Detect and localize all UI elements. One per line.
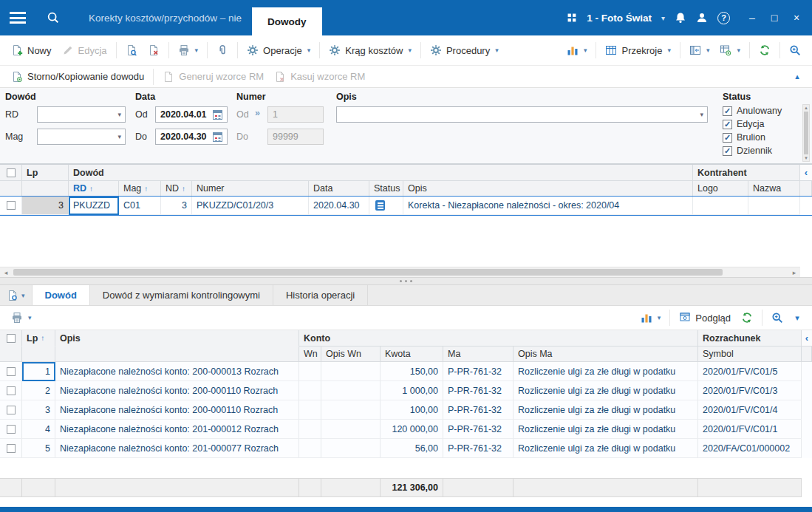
close-button[interactable]: ×: [787, 8, 806, 27]
new-button[interactable]: Nowy: [6, 41, 57, 59]
status-checkbox-dziennik[interactable]: ✓ Dziennik: [723, 146, 772, 156]
scrollbar-thumb[interactable]: [804, 112, 808, 154]
cost-circle-menu-button[interactable]: Krąg kosztów ▾: [324, 41, 417, 59]
select-all-checkbox[interactable]: [7, 168, 16, 177]
column-header-ma[interactable]: Ma: [443, 347, 514, 362]
row-checkbox[interactable]: [7, 386, 16, 395]
cell-symbol[interactable]: 2020/01/FV/C01/1: [698, 420, 802, 439]
cell-opis-wn[interactable]: [321, 381, 381, 400]
detail-tab-dowod[interactable]: Dowód: [33, 285, 90, 305]
cell-opis-wn[interactable]: [321, 362, 381, 381]
delete-rm-button[interactable]: Kasuj wzorce RM: [269, 68, 370, 86]
cell-opis-ma[interactable]: Rozliczenie ulgi za złe długi w podatku: [514, 420, 698, 439]
attachments-button[interactable]: [211, 41, 233, 59]
group-header-konto[interactable]: Konto: [299, 330, 698, 347]
cell-opis-wn[interactable]: [321, 439, 381, 458]
generate-rm-button[interactable]: Generuj wzorce RM: [157, 68, 269, 86]
group-header-rozrachunek[interactable]: Rozrachunek: [698, 330, 802, 347]
print-button[interactable]: ▾: [173, 41, 204, 59]
cell-nd[interactable]: 3: [161, 197, 192, 215]
panel-splitter[interactable]: [0, 277, 812, 285]
entry-row[interactable]: 3 Niezapłacone należności konto: 200-000…: [0, 400, 812, 420]
column-header-opis[interactable]: Opis: [55, 330, 299, 347]
detail-refresh-button[interactable]: [736, 309, 758, 327]
dock-panel-button[interactable]: ▾: [684, 41, 715, 59]
cell-logo[interactable]: [693, 197, 748, 215]
delete-button[interactable]: [143, 41, 165, 59]
cell-ma[interactable]: P-PR-761-32: [443, 362, 514, 381]
status-checkbox-anulowany[interactable]: ✓ Anulowany: [723, 106, 782, 116]
cell-opis-ma[interactable]: Rozliczenie ulgi za złe długi w podatku: [514, 400, 698, 420]
collapse-detail-panel-button[interactable]: ▾: [788, 313, 806, 323]
column-chooser-collapse[interactable]: ‹: [802, 330, 812, 347]
cell-ma[interactable]: P-PR-761-32: [443, 400, 514, 420]
date-to-input[interactable]: 2020.04.30: [155, 129, 228, 145]
cell-wn[interactable]: [299, 439, 321, 458]
tab-dowody[interactable]: Dowody: [252, 7, 322, 35]
open-preview-button[interactable]: [120, 41, 143, 59]
cell-kwota[interactable]: 120 000,00: [381, 420, 443, 439]
global-search-button[interactable]: [35, 0, 71, 35]
cell-symbol[interactable]: 2020/01/FV/C01/3: [698, 381, 802, 400]
group-header-dowod[interactable]: Dowód: [69, 165, 693, 181]
grid-settings-button[interactable]: ▾: [714, 41, 746, 59]
column-header-nd[interactable]: ND↑: [161, 181, 192, 197]
entry-row[interactable]: 4 Niezapłacone należności konto: 201-000…: [0, 420, 812, 439]
modules-apps-icon[interactable]: [567, 13, 577, 23]
cell-wn[interactable]: [299, 420, 321, 439]
detail-report-button[interactable]: ▾: [0, 285, 33, 305]
mag-filter-select[interactable]: ▾: [37, 129, 126, 145]
sections-button[interactable]: Przekroje ▾: [600, 41, 675, 59]
cell-opis[interactable]: Niezapłacone należności konto: 201-00001…: [55, 420, 299, 439]
opis-filter-select[interactable]: ▾: [336, 106, 708, 123]
cell-opis-wn[interactable]: [321, 400, 381, 420]
column-header-lp[interactable]: Lp↑: [22, 330, 55, 347]
preview-button[interactable]: Podgląd: [674, 309, 736, 327]
cell-wn[interactable]: [299, 400, 321, 420]
cell-kwota[interactable]: 100,00: [381, 400, 443, 420]
scroll-down-icon[interactable]: ▾: [805, 155, 808, 161]
cell-opis[interactable]: Niezapłacone należności konto: 200-00011…: [55, 400, 299, 420]
status-list-scrollbar[interactable]: ▴ ▾: [802, 104, 810, 162]
cell-opis-ma[interactable]: Rozliczenie ulgi za złe długi w podatku: [514, 381, 698, 400]
help-icon[interactable]: ?: [717, 12, 730, 24]
row-select-cell[interactable]: [0, 439, 22, 458]
cell-opis-wn[interactable]: [321, 420, 381, 439]
row-select-cell[interactable]: [0, 381, 22, 400]
cell-opis[interactable]: Korekta - Niezapłacone należności - okre…: [403, 197, 693, 215]
column-header-kwota[interactable]: Kwota: [381, 347, 443, 362]
row-checkbox[interactable]: [7, 425, 16, 434]
status-checkbox-brulion[interactable]: ✓ Brulion: [723, 132, 765, 143]
operations-menu-button[interactable]: Operacje ▾: [242, 41, 315, 59]
row-select-cell[interactable]: [0, 400, 22, 420]
row-checkbox[interactable]: [7, 367, 16, 376]
notifications-bell-icon[interactable]: [675, 12, 686, 24]
cell-wn[interactable]: [299, 362, 321, 381]
storno-button[interactable]: Storno/Kopiowanie dowodu: [6, 68, 149, 86]
maximize-button[interactable]: □: [765, 8, 784, 27]
row-checkbox[interactable]: [7, 444, 16, 453]
date-from-input[interactable]: 2020.04.01: [155, 106, 228, 123]
column-header-logo[interactable]: Logo: [693, 181, 748, 197]
cell-lp-focused[interactable]: 1: [22, 362, 55, 381]
row-select-cell[interactable]: [0, 197, 22, 215]
cell-kwota[interactable]: 150,00: [381, 362, 443, 381]
cell-nazwa[interactable]: [748, 197, 800, 215]
cell-opis[interactable]: Niezapłacone należności konto: 201-00007…: [55, 439, 299, 458]
calendar-icon[interactable]: [213, 132, 222, 142]
row-checkbox[interactable]: [7, 201, 16, 210]
cell-opis-ma[interactable]: Rozliczenie ulgi za złe długi w podatku: [514, 362, 698, 381]
document-row-selected[interactable]: 3 PKUZZD C01 3 PKUZZD/C01/20/3 2020.04.3…: [0, 197, 812, 215]
cell-mag[interactable]: C01: [119, 197, 161, 215]
cell-ma[interactable]: P-PR-761-32: [443, 439, 514, 458]
cell-lp[interactable]: 3: [22, 197, 69, 215]
scrollbar-thumb[interactable]: [13, 269, 723, 276]
cell-ma[interactable]: P-PR-761-32: [443, 420, 514, 439]
documents-grid-hscrollbar[interactable]: ◂ ▸: [0, 267, 800, 277]
column-header-opis[interactable]: Opis: [403, 181, 693, 197]
chart-view-button[interactable]: ▾: [562, 41, 593, 59]
main-menu-button[interactable]: [0, 0, 35, 35]
chevron-down-icon[interactable]: ▾: [661, 14, 665, 22]
column-header-nazwa[interactable]: Nazwa: [748, 181, 800, 197]
column-header-mag[interactable]: Mag↑: [119, 181, 161, 197]
